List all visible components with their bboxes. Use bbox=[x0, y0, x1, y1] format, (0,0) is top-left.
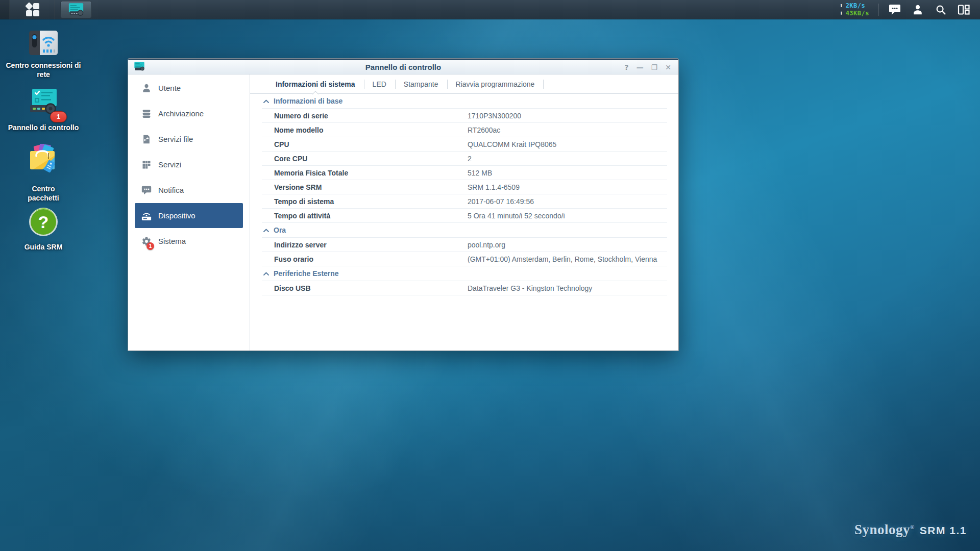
download-arrow-icon: ⬇ bbox=[839, 11, 843, 16]
network-connection-center-icon bbox=[28, 30, 59, 58]
package-center-icon bbox=[27, 144, 60, 182]
info-value: 5 Ora 41 minuto/i 52 secondo/i bbox=[468, 212, 565, 220]
info-label: Indirizzo server bbox=[274, 241, 468, 249]
tab-label: Stampante bbox=[404, 80, 438, 88]
user-icon bbox=[140, 82, 153, 94]
notification-icon bbox=[140, 184, 153, 196]
info-value: (GMT+01:00) Amsterdam, Berlin, Rome, Sto… bbox=[468, 255, 657, 263]
info-value: DataTraveler G3 - Kingston Technology bbox=[468, 284, 592, 292]
info-label: Disco USB bbox=[274, 284, 468, 292]
section-header-informazioni-di-base[interactable]: Informazioni di base bbox=[262, 94, 667, 109]
content-pane: Informazioni di sistemaLEDStampanteRiavv… bbox=[250, 74, 678, 350]
info-row: Tempo di sistema2017-06-07 16:49:56 bbox=[262, 194, 667, 209]
info-value: 512 MB bbox=[468, 169, 492, 177]
taskbar: ⬆ 2KB/s ⬇ 43KB/s bbox=[0, 0, 980, 19]
notification-badge: 1 bbox=[146, 242, 154, 250]
synology-srm-logo: Synology® SRM 1.1 bbox=[854, 522, 967, 538]
info-label: Nome modello bbox=[274, 126, 468, 134]
info-label: Memoria Fisica Totale bbox=[274, 169, 468, 177]
sidebar-item-notifica[interactable]: Notifica bbox=[135, 178, 243, 203]
sidebar-item-label: Utente bbox=[158, 84, 181, 92]
sidebar-item-label: Archiviazione bbox=[158, 109, 204, 118]
taskbar-right: ⬆ 2KB/s ⬇ 43KB/s bbox=[839, 0, 980, 19]
control-panel-icon bbox=[68, 3, 84, 16]
sidebar: UtenteArchiviazioneServizi fileServiziNo… bbox=[128, 74, 250, 350]
show-desktop-button[interactable] bbox=[0, 0, 10, 19]
section-header-ora[interactable]: Ora bbox=[262, 223, 667, 238]
upload-speed: 2KB/s bbox=[846, 2, 866, 9]
storage-icon bbox=[140, 108, 153, 120]
window-titlebar[interactable]: Pannello di controllo ?—❐✕ bbox=[128, 60, 678, 74]
search-button[interactable] bbox=[929, 0, 952, 19]
user-menu-button[interactable] bbox=[906, 0, 929, 19]
svg-text:?: ? bbox=[38, 212, 49, 232]
notifications-button[interactable] bbox=[883, 0, 906, 19]
device-icon bbox=[140, 210, 153, 222]
desktop-icon-control-panel[interactable]: 1 Pannello di controllo bbox=[0, 88, 87, 133]
info-row: Fuso orario(GMT+01:00) Amsterdam, Berlin… bbox=[262, 252, 667, 266]
desktop-icon-network-connection-center[interactable]: Centro connessioni di rete bbox=[0, 30, 87, 79]
sidebar-item-label: Servizi bbox=[158, 160, 181, 169]
sidebar-item-label: Notifica bbox=[158, 186, 184, 194]
help-icon: ? bbox=[28, 206, 59, 240]
section-title: Ora bbox=[274, 226, 286, 234]
tab-label: LED bbox=[373, 80, 386, 88]
info-row: Tempo di attività5 Ora 41 minuto/i 52 se… bbox=[262, 209, 667, 223]
sidebar-item-servizi-file[interactable]: Servizi file bbox=[135, 127, 243, 152]
user-icon bbox=[912, 4, 923, 15]
sidebar-item-utente[interactable]: Utente bbox=[135, 76, 243, 101]
sidebar-item-servizi[interactable]: Servizi bbox=[135, 152, 243, 177]
taskbar-active-app-control-panel[interactable] bbox=[60, 1, 92, 18]
info-row: Core CPU2 bbox=[262, 152, 667, 166]
download-speed: 43KB/s bbox=[846, 10, 869, 17]
tab-riavvia-programmazione[interactable]: Riavvia programmazione bbox=[447, 74, 544, 93]
info-label: Tempo di sistema bbox=[274, 197, 468, 206]
info-value: 1710P3N300200 bbox=[468, 112, 521, 120]
info-row: Nome modelloRT2600ac bbox=[262, 123, 667, 137]
info-row: Memoria Fisica Totale512 MB bbox=[262, 166, 667, 180]
desktop-icon-label: Guida SRM bbox=[0, 243, 87, 252]
tab-stampante[interactable]: Stampante bbox=[395, 74, 447, 93]
desktop-icon-srm-help[interactable]: ? Guida SRM bbox=[0, 206, 87, 252]
info-label: Versione SRM bbox=[274, 183, 468, 191]
sidebar-item-archiviazione[interactable]: Archiviazione bbox=[135, 101, 243, 126]
section-title: Informazioni di base bbox=[274, 97, 342, 105]
info-value: RT2600ac bbox=[468, 126, 500, 134]
control-panel-window: Pannello di controllo ?—❐✕ UtenteArchivi… bbox=[128, 58, 679, 351]
sidebar-item-label: Dispositivo bbox=[158, 211, 195, 220]
info-rows: Informazioni di baseNumero di serie1710P… bbox=[262, 94, 667, 295]
section-header-periferiche-esterne[interactable]: Periferiche Esterne bbox=[262, 266, 667, 281]
info-label: Fuso orario bbox=[274, 255, 468, 263]
control-panel-icon: 1 bbox=[27, 88, 60, 120]
sidebar-item-label: Servizi file bbox=[158, 135, 193, 143]
desktop: ⬆ 2KB/s ⬇ 43KB/s bbox=[0, 0, 980, 551]
tab-informazioni-di-sistema[interactable]: Informazioni di sistema bbox=[267, 74, 364, 93]
main-menu-button[interactable] bbox=[10, 0, 55, 19]
tab-label: Riavvia programmazione bbox=[456, 80, 535, 88]
info-row: Versione SRMSRM 1.1.4-6509 bbox=[262, 180, 667, 194]
desktop-icon-package-center[interactable]: Centro pacchetti bbox=[0, 144, 87, 203]
minimize-button[interactable]: — bbox=[636, 64, 644, 71]
close-button[interactable]: ✕ bbox=[665, 64, 671, 71]
tab-led[interactable]: LED bbox=[364, 74, 395, 93]
info-value: 2017-06-07 16:49:56 bbox=[468, 197, 534, 206]
collapse-chevron-icon bbox=[263, 229, 269, 232]
file-services-icon bbox=[140, 133, 153, 145]
window-title: Pannello di controllo bbox=[128, 63, 678, 71]
maximize-button[interactable]: ❐ bbox=[651, 64, 658, 71]
search-icon bbox=[935, 4, 946, 15]
widgets-button[interactable] bbox=[952, 0, 975, 19]
info-row: Disco USBDataTraveler G3 - Kingston Tech… bbox=[262, 281, 667, 295]
info-label: Numero di serie bbox=[274, 112, 468, 120]
control-panel-badge: 1 bbox=[50, 111, 67, 122]
chat-icon bbox=[889, 4, 901, 15]
info-value: pool.ntp.org bbox=[468, 241, 505, 249]
info-row: Indirizzo serverpool.ntp.org bbox=[262, 238, 667, 252]
sidebar-item-sistema[interactable]: Sistema1 bbox=[135, 229, 243, 254]
network-speed: ⬆ 2KB/s ⬇ 43KB/s bbox=[839, 2, 869, 17]
info-label: Tempo di attività bbox=[274, 212, 468, 220]
info-label: CPU bbox=[274, 140, 468, 148]
info-row: Numero di serie1710P3N300200 bbox=[262, 109, 667, 123]
sidebar-item-dispositivo[interactable]: Dispositivo bbox=[135, 203, 243, 228]
help-button[interactable]: ? bbox=[625, 64, 629, 71]
